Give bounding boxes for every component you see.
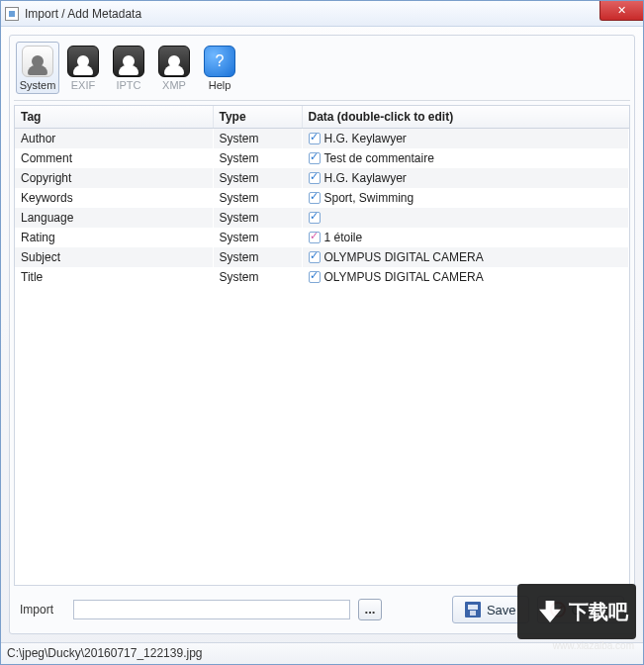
person-icon bbox=[158, 46, 190, 77]
cell-type: System bbox=[213, 228, 302, 247]
row-checkbox-icon[interactable] bbox=[309, 133, 321, 144]
cell-type: System bbox=[213, 267, 302, 287]
cell-tag: Language bbox=[15, 208, 213, 228]
toolbar-label: IPTC bbox=[116, 79, 140, 91]
toolbar-iptc-button[interactable]: IPTC bbox=[107, 42, 150, 94]
window-title: Import / Add Metadata bbox=[25, 7, 141, 21]
save-label: Save bbox=[487, 603, 516, 618]
cell-data-value: Test de commentaire bbox=[324, 151, 434, 165]
close-button[interactable]: ✕ bbox=[599, 1, 643, 21]
toolbar: SystemEXIFIPTCXMP?Help bbox=[14, 40, 630, 101]
table-row[interactable]: SubjectSystemOLYMPUS DIGITAL CAMERA bbox=[15, 247, 629, 267]
import-input[interactable] bbox=[73, 600, 350, 619]
cell-data-value: Sport, Swimming bbox=[324, 191, 414, 205]
toolbar-system-button[interactable]: System bbox=[16, 42, 59, 94]
table-row[interactable]: CommentSystemTest de commentaire bbox=[15, 148, 629, 168]
cell-type: System bbox=[213, 168, 302, 188]
cell-tag: Keywords bbox=[15, 188, 213, 208]
cell-type: System bbox=[213, 208, 302, 228]
toolbar-label: System bbox=[20, 79, 56, 91]
cancel-icon bbox=[550, 602, 566, 618]
table-row[interactable]: CopyrightSystemH.G. Kaylawyer bbox=[15, 168, 629, 188]
cell-data[interactable]: 1 étoile bbox=[302, 228, 629, 247]
cell-tag: Comment bbox=[15, 148, 213, 168]
cell-data[interactable]: Sport, Swimming bbox=[302, 188, 629, 208]
row-checkbox-icon[interactable] bbox=[309, 192, 321, 204]
cell-tag: Author bbox=[15, 129, 213, 149]
toolbar-help-button[interactable]: ?Help bbox=[198, 42, 241, 94]
cell-data[interactable]: H.G. Kaylawyer bbox=[302, 168, 629, 188]
table-row[interactable]: TitleSystemOLYMPUS DIGITAL CAMERA bbox=[15, 267, 629, 287]
cell-type: System bbox=[213, 188, 302, 208]
save-icon bbox=[465, 602, 481, 618]
table-row[interactable]: LanguageSystem bbox=[15, 208, 629, 228]
app-icon bbox=[5, 7, 19, 21]
table-row[interactable]: RatingSystem1 étoile bbox=[15, 228, 629, 247]
toolbar-label: Help bbox=[209, 79, 231, 91]
col-header-tag[interactable]: Tag bbox=[15, 106, 213, 129]
cell-type: System bbox=[213, 148, 302, 168]
cell-data-value: H.G. Keylawyer bbox=[324, 132, 407, 145]
row-checkbox-icon[interactable] bbox=[309, 172, 321, 184]
cell-tag: Subject bbox=[15, 247, 213, 267]
cell-data[interactable]: Test de commentaire bbox=[302, 148, 629, 168]
titlebar: Import / Add Metadata ✕ bbox=[1, 1, 643, 27]
cell-data-value: 1 étoile bbox=[324, 231, 363, 244]
cancel-button[interactable]: Cancel bbox=[537, 596, 624, 623]
import-label: Import bbox=[20, 603, 65, 617]
cell-data[interactable]: OLYMPUS DIGITAL CAMERA bbox=[302, 267, 629, 287]
cancel-label: Cancel bbox=[572, 603, 611, 618]
cell-data-value: OLYMPUS DIGITAL CAMERA bbox=[324, 270, 484, 284]
cell-data[interactable]: OLYMPUS DIGITAL CAMERA bbox=[302, 247, 629, 267]
metadata-table-container[interactable]: Tag Type Data (double-click to edit) Aut… bbox=[14, 105, 630, 586]
row-checkbox-icon[interactable] bbox=[309, 232, 321, 243]
toolbar-xmp-button[interactable]: XMP bbox=[152, 42, 196, 94]
cell-tag: Title bbox=[15, 267, 213, 287]
browse-button[interactable]: ... bbox=[358, 599, 382, 620]
window: Import / Add Metadata ✕ SystemEXIFIPTCXM… bbox=[0, 0, 644, 665]
col-header-data[interactable]: Data (double-click to edit) bbox=[302, 106, 629, 129]
cell-tag: Copyright bbox=[15, 168, 213, 188]
cell-data[interactable] bbox=[302, 208, 629, 228]
statusbar: C:\jpeg\Ducky\20160717_122139.jpg bbox=[1, 642, 643, 664]
cell-data-value: H.G. Kaylawyer bbox=[324, 171, 407, 185]
cell-tag: Rating bbox=[15, 228, 213, 247]
help-icon: ? bbox=[204, 46, 235, 77]
save-button[interactable]: Save bbox=[452, 596, 529, 623]
metadata-table: Tag Type Data (double-click to edit) Aut… bbox=[15, 106, 629, 287]
content-frame: SystemEXIFIPTCXMP?Help Tag Type Data (do… bbox=[9, 35, 635, 634]
col-header-type[interactable]: Type bbox=[213, 106, 302, 129]
status-path: C:\jpeg\Ducky\20160717_122139.jpg bbox=[7, 646, 202, 660]
person-icon bbox=[113, 46, 144, 77]
row-checkbox-icon[interactable] bbox=[309, 152, 321, 164]
toolbar-exif-button[interactable]: EXIF bbox=[61, 42, 105, 94]
person-icon bbox=[22, 46, 53, 77]
cell-data[interactable]: H.G. Keylawyer bbox=[302, 129, 629, 149]
toolbar-label: EXIF bbox=[71, 79, 95, 91]
row-checkbox-icon[interactable] bbox=[309, 251, 321, 263]
row-checkbox-icon[interactable] bbox=[309, 271, 321, 283]
person-icon bbox=[67, 46, 99, 77]
row-checkbox-icon[interactable] bbox=[309, 212, 321, 224]
cell-data-value: OLYMPUS DIGITAL CAMERA bbox=[324, 250, 484, 264]
table-row[interactable]: KeywordsSystemSport, Swimming bbox=[15, 188, 629, 208]
cell-type: System bbox=[213, 247, 302, 267]
cell-type: System bbox=[213, 129, 302, 149]
toolbar-label: XMP bbox=[162, 79, 186, 91]
table-row[interactable]: AuthorSystemH.G. Keylawyer bbox=[15, 129, 629, 149]
import-row: Import ... Save Cancel bbox=[14, 586, 630, 629]
